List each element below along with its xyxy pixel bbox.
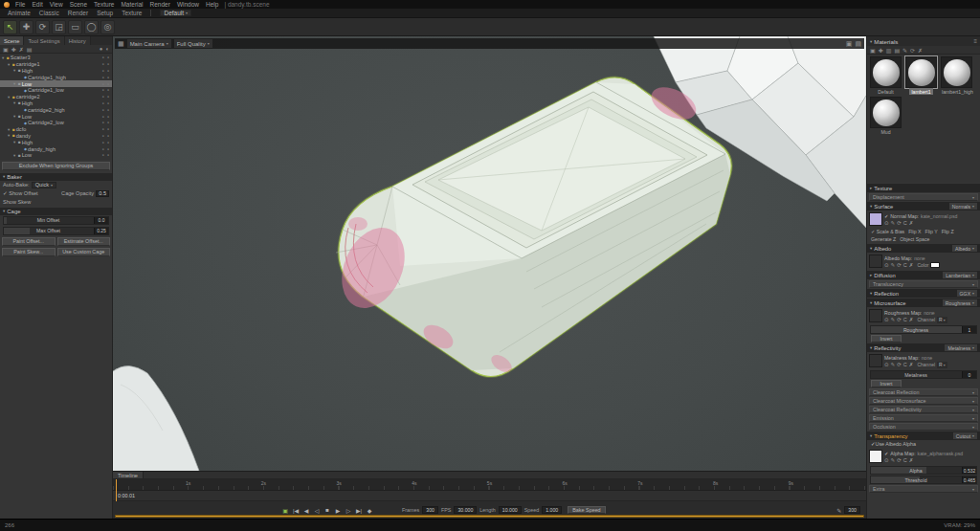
button-estimate-offset[interactable]: Estimate Offset... bbox=[57, 237, 111, 246]
clear-map-icon[interactable]: ✗ bbox=[909, 220, 914, 226]
toggle-generate-z[interactable]: Generate Z bbox=[871, 236, 896, 242]
visibility-icons[interactable]: ● ● bbox=[102, 62, 112, 66]
copy-map-icon[interactable]: C bbox=[903, 220, 907, 226]
value-metalness[interactable]: 0 bbox=[962, 371, 976, 378]
reflectivity-mode-select[interactable]: Metalness bbox=[945, 344, 977, 351]
value-roughness[interactable]: 1 bbox=[962, 326, 976, 333]
tree-item-cartridge1-high[interactable]: ◆Cartridge1_high● ● bbox=[0, 74, 112, 80]
locate-map-icon[interactable]: ⊙ bbox=[884, 262, 889, 268]
toggle-flip-y[interactable]: Flip Y bbox=[924, 229, 937, 234]
bake-speed-button[interactable]: Bake Speed bbox=[568, 506, 605, 514]
visibility-icons[interactable]: ● ● bbox=[102, 115, 112, 119]
toggle-flip-x[interactable]: Flip X bbox=[908, 229, 921, 234]
quality-select[interactable]: Full Quality bbox=[174, 39, 212, 48]
step-back-icon[interactable]: ◀ bbox=[302, 507, 310, 514]
material-thumb-default[interactable]: Default bbox=[869, 56, 902, 95]
reload-map-icon[interactable]: ⟳ bbox=[897, 317, 902, 322]
slider-threshold[interactable]: Threshold0.465 bbox=[870, 476, 977, 484]
min-offset-field[interactable]: 0.0 bbox=[94, 217, 108, 224]
menu-scene[interactable]: Scene bbox=[70, 1, 87, 8]
new-material-icon[interactable]: ▣ bbox=[870, 47, 876, 54]
workspace-tab-classic[interactable]: Classic bbox=[39, 10, 59, 16]
tree-item-dandy[interactable]: ▾■dandy● ● bbox=[0, 133, 112, 140]
menu-help[interactable]: Help bbox=[206, 1, 218, 8]
go-to-start-icon[interactable]: |◀ bbox=[292, 507, 300, 514]
collapse-arrow-icon[interactable]: ▾ bbox=[870, 39, 872, 44]
reload-map-icon[interactable]: ⟳ bbox=[897, 362, 902, 367]
locate-map-icon[interactable]: ⊙ bbox=[884, 362, 889, 367]
slider-metalness[interactable]: Metalness0 bbox=[870, 370, 977, 379]
timeline-range-bar[interactable] bbox=[115, 515, 864, 518]
visibility-icons[interactable]: ● ● bbox=[102, 95, 112, 99]
section-transparency[interactable]: ▾TransparencyCutout bbox=[867, 431, 980, 440]
tree-item-dandy-high[interactable]: ◆dandy_high● ● bbox=[0, 145, 112, 152]
tree-item-low[interactable]: ▾■Low● ● bbox=[0, 152, 112, 159]
stop-icon[interactable]: ■ bbox=[323, 507, 331, 514]
paint-map-icon[interactable]: ✎ bbox=[891, 457, 896, 463]
timeline-tab[interactable]: Timeline bbox=[113, 472, 144, 478]
refresh-icon[interactable]: ⟳ bbox=[910, 47, 915, 54]
visibility-column-icon[interactable]: ● bbox=[100, 46, 103, 52]
clear-map-icon[interactable]: ✗ bbox=[909, 362, 914, 367]
baker-section-header[interactable]: ▾ Baker bbox=[0, 173, 112, 181]
checkbox-checked-icon[interactable]: ✓ bbox=[884, 213, 888, 219]
cage-section-header[interactable]: ▾ Cage bbox=[0, 208, 112, 215]
visibility-icons[interactable]: ● ● bbox=[102, 153, 112, 157]
copy-map-icon[interactable]: C bbox=[903, 262, 907, 268]
button-invert[interactable]: Invert bbox=[871, 380, 902, 387]
box-select-tool-icon[interactable]: ▭ bbox=[68, 20, 82, 34]
step-forward-icon[interactable]: ▷ bbox=[345, 507, 352, 514]
button-invert[interactable]: Invert bbox=[871, 335, 902, 343]
button-use-custom-cage[interactable]: Use Custom Cage bbox=[57, 248, 111, 256]
rotate-tool-icon[interactable]: ⟳ bbox=[35, 20, 50, 34]
slider-roughness[interactable]: Roughness1 bbox=[870, 325, 977, 334]
visibility-icons[interactable]: ● ● bbox=[102, 121, 112, 124]
menu-view[interactable]: View bbox=[50, 1, 63, 8]
go-to-end-icon[interactable]: ▶| bbox=[355, 507, 363, 514]
locate-map-icon[interactable]: ⊙ bbox=[884, 317, 889, 322]
workspace-tab-setup[interactable]: Setup bbox=[97, 10, 113, 16]
diffusion-mode-select[interactable]: Lambertian bbox=[943, 272, 977, 278]
translate-tool-icon[interactable]: ✚ bbox=[19, 20, 33, 34]
tree-item-high[interactable]: ▾■High● ● bbox=[0, 100, 112, 107]
visibility-icons[interactable]: ● ● bbox=[102, 134, 112, 138]
add-material-icon[interactable]: ✚ bbox=[879, 47, 883, 54]
workspace-tab-animate[interactable]: Animate bbox=[8, 10, 31, 16]
section-albedo[interactable]: ▾AlbedoAlbedo bbox=[867, 244, 980, 253]
panel-tab-tool-settings[interactable]: Tool Settings bbox=[24, 36, 64, 45]
max-offset-field[interactable]: 0.25 bbox=[94, 228, 108, 234]
reload-map-icon[interactable]: ⟳ bbox=[897, 220, 902, 226]
play-icon[interactable]: ▶ bbox=[334, 507, 342, 514]
pivot-tool-icon[interactable]: ◎ bbox=[100, 20, 115, 34]
section-surface[interactable]: ▾SurfaceNormals bbox=[867, 202, 980, 210]
panel-tab-scene[interactable]: Scene bbox=[0, 36, 24, 45]
map-thumbnail[interactable] bbox=[869, 354, 882, 367]
toggle-scale-bias[interactable]: ✓ Scale & Bias bbox=[871, 229, 904, 234]
transparency-mode-select[interactable]: Cutout bbox=[953, 432, 977, 439]
copy-map-icon[interactable]: C bbox=[903, 362, 907, 367]
workspace-tab-texture[interactable]: Texture bbox=[122, 10, 142, 16]
slider-max-offset[interactable]: Max Offset 0.25 bbox=[3, 227, 109, 235]
visibility-icons[interactable]: ● ● bbox=[102, 76, 112, 79]
tree-item-low[interactable]: ▾■Low● ● bbox=[0, 113, 112, 120]
cage-opacity-field[interactable]: 0.5 bbox=[96, 190, 109, 197]
clear-map-icon[interactable]: ✗ bbox=[909, 457, 914, 463]
tree-item-cartridge2[interactable]: ▾■cartridge2● ● bbox=[0, 94, 112, 100]
menu-window[interactable]: Window bbox=[177, 1, 199, 8]
tree-item-high[interactable]: ▾■High● ● bbox=[0, 68, 112, 75]
visibility-icons[interactable]: ● ● bbox=[102, 55, 112, 59]
slot-translucency[interactable]: Translucency bbox=[869, 280, 978, 288]
material-thumb-mud[interactable]: Mud bbox=[869, 97, 902, 135]
scale-tool-icon[interactable]: ◲ bbox=[52, 20, 66, 34]
material-folder-icon[interactable]: ▤ bbox=[894, 47, 900, 54]
clear-map-icon[interactable]: ✗ bbox=[909, 262, 914, 268]
tree-item-dcfo[interactable]: ▾■dcfo● ● bbox=[0, 126, 112, 133]
menu-render[interactable]: Render bbox=[150, 1, 170, 8]
copy-map-icon[interactable]: C bbox=[903, 457, 907, 463]
paint-map-icon[interactable]: ✎ bbox=[891, 317, 896, 322]
visibility-icons[interactable]: ● ● bbox=[102, 82, 112, 86]
visibility-icons[interactable]: ● ● bbox=[102, 101, 112, 105]
copy-map-icon[interactable]: C bbox=[903, 317, 907, 322]
map-thumbnail[interactable] bbox=[869, 450, 882, 463]
color-swatch[interactable] bbox=[930, 262, 940, 268]
